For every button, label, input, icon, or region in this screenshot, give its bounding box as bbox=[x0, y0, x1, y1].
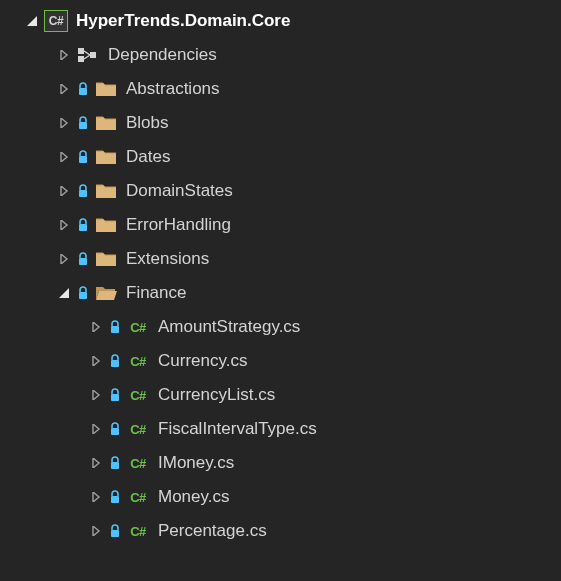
file-node[interactable]: C#Money.cs bbox=[0, 480, 561, 514]
collapse-arrow-icon[interactable] bbox=[88, 523, 104, 539]
file-label: Percentage.cs bbox=[158, 521, 267, 541]
dependencies-icon bbox=[76, 48, 100, 62]
file-label: FiscalIntervalType.cs bbox=[158, 419, 317, 439]
file-label: IMoney.cs bbox=[158, 453, 234, 473]
folder-node[interactable]: DomainStates bbox=[0, 174, 561, 208]
folder-label: Extensions bbox=[126, 249, 209, 269]
lock-icon bbox=[108, 524, 122, 538]
collapse-arrow-icon[interactable] bbox=[88, 489, 104, 505]
svg-rect-15 bbox=[111, 496, 119, 503]
csharp-project-icon: C# bbox=[44, 10, 68, 32]
collapse-arrow-icon[interactable] bbox=[56, 217, 72, 233]
svg-rect-6 bbox=[79, 190, 87, 197]
collapse-arrow-icon[interactable] bbox=[88, 421, 104, 437]
file-node[interactable]: C#FiscalIntervalType.cs bbox=[0, 412, 561, 446]
csharp-file-icon: C# bbox=[126, 456, 150, 471]
lock-icon bbox=[76, 252, 90, 266]
lock-icon bbox=[108, 320, 122, 334]
lock-icon bbox=[76, 150, 90, 164]
csharp-file-icon: C# bbox=[126, 490, 150, 505]
csharp-file-icon: C# bbox=[126, 422, 150, 437]
file-label: CurrencyList.cs bbox=[158, 385, 275, 405]
file-node[interactable]: C#Percentage.cs bbox=[0, 514, 561, 548]
collapse-arrow-icon[interactable] bbox=[56, 183, 72, 199]
lock-icon bbox=[108, 490, 122, 504]
svg-rect-7 bbox=[79, 224, 87, 231]
lock-icon bbox=[108, 422, 122, 436]
svg-rect-5 bbox=[79, 156, 87, 163]
folder-node[interactable]: ErrorHandling bbox=[0, 208, 561, 242]
folder-label: Abstractions bbox=[126, 79, 220, 99]
collapse-arrow-icon[interactable] bbox=[56, 251, 72, 267]
folder-node[interactable]: Dates bbox=[0, 140, 561, 174]
file-node[interactable]: C#AmountStrategy.cs bbox=[0, 310, 561, 344]
expand-arrow-icon[interactable] bbox=[24, 13, 40, 29]
dependencies-node[interactable]: Dependencies bbox=[0, 38, 561, 72]
file-node[interactable]: C#CurrencyList.cs bbox=[0, 378, 561, 412]
svg-rect-10 bbox=[111, 326, 119, 333]
lock-icon bbox=[76, 116, 90, 130]
folder-icon bbox=[94, 148, 118, 166]
file-label: AmountStrategy.cs bbox=[158, 317, 300, 337]
folder-icon bbox=[94, 284, 118, 302]
csharp-file-icon: C# bbox=[126, 320, 150, 335]
collapse-arrow-icon[interactable] bbox=[88, 319, 104, 335]
file-label: Money.cs bbox=[158, 487, 230, 507]
collapse-arrow-icon[interactable] bbox=[88, 387, 104, 403]
lock-icon bbox=[76, 286, 90, 300]
collapse-arrow-icon[interactable] bbox=[56, 47, 72, 63]
file-node[interactable]: C#IMoney.cs bbox=[0, 446, 561, 480]
svg-rect-16 bbox=[111, 530, 119, 537]
folder-icon bbox=[94, 182, 118, 200]
folder-node[interactable]: Blobs bbox=[0, 106, 561, 140]
lock-icon bbox=[76, 82, 90, 96]
folder-node[interactable]: Finance bbox=[0, 276, 561, 310]
svg-rect-14 bbox=[111, 462, 119, 469]
file-node[interactable]: C#Currency.cs bbox=[0, 344, 561, 378]
collapse-arrow-icon[interactable] bbox=[88, 353, 104, 369]
collapse-arrow-icon[interactable] bbox=[56, 81, 72, 97]
svg-rect-9 bbox=[79, 292, 87, 299]
csharp-file-icon: C# bbox=[126, 354, 150, 369]
collapse-arrow-icon[interactable] bbox=[56, 115, 72, 131]
lock-icon bbox=[108, 388, 122, 402]
folder-icon bbox=[94, 216, 118, 234]
folder-icon bbox=[94, 80, 118, 98]
dependencies-label: Dependencies bbox=[108, 45, 217, 65]
collapse-arrow-icon[interactable] bbox=[56, 149, 72, 165]
folder-node[interactable]: Extensions bbox=[0, 242, 561, 276]
folder-label: Dates bbox=[126, 147, 170, 167]
folder-icon bbox=[94, 250, 118, 268]
svg-rect-11 bbox=[111, 360, 119, 367]
csharp-file-icon: C# bbox=[126, 524, 150, 539]
project-node[interactable]: C# HyperTrends.Domain.Core bbox=[0, 4, 561, 38]
folder-label: Finance bbox=[126, 283, 186, 303]
svg-rect-3 bbox=[79, 88, 87, 95]
lock-icon bbox=[108, 354, 122, 368]
svg-rect-13 bbox=[111, 428, 119, 435]
svg-rect-0 bbox=[78, 48, 84, 54]
folder-label: Blobs bbox=[126, 113, 169, 133]
collapse-arrow-icon[interactable] bbox=[88, 455, 104, 471]
lock-icon bbox=[76, 184, 90, 198]
csharp-file-icon: C# bbox=[126, 388, 150, 403]
folder-label: ErrorHandling bbox=[126, 215, 231, 235]
svg-rect-12 bbox=[111, 394, 119, 401]
project-label: HyperTrends.Domain.Core bbox=[76, 11, 290, 31]
lock-icon bbox=[76, 218, 90, 232]
expand-arrow-icon[interactable] bbox=[56, 285, 72, 301]
svg-rect-2 bbox=[90, 52, 96, 58]
svg-rect-1 bbox=[78, 56, 84, 62]
folder-label: DomainStates bbox=[126, 181, 233, 201]
folder-icon bbox=[94, 114, 118, 132]
svg-rect-4 bbox=[79, 122, 87, 129]
lock-icon bbox=[108, 456, 122, 470]
file-label: Currency.cs bbox=[158, 351, 247, 371]
svg-rect-8 bbox=[79, 258, 87, 265]
folder-node[interactable]: Abstractions bbox=[0, 72, 561, 106]
